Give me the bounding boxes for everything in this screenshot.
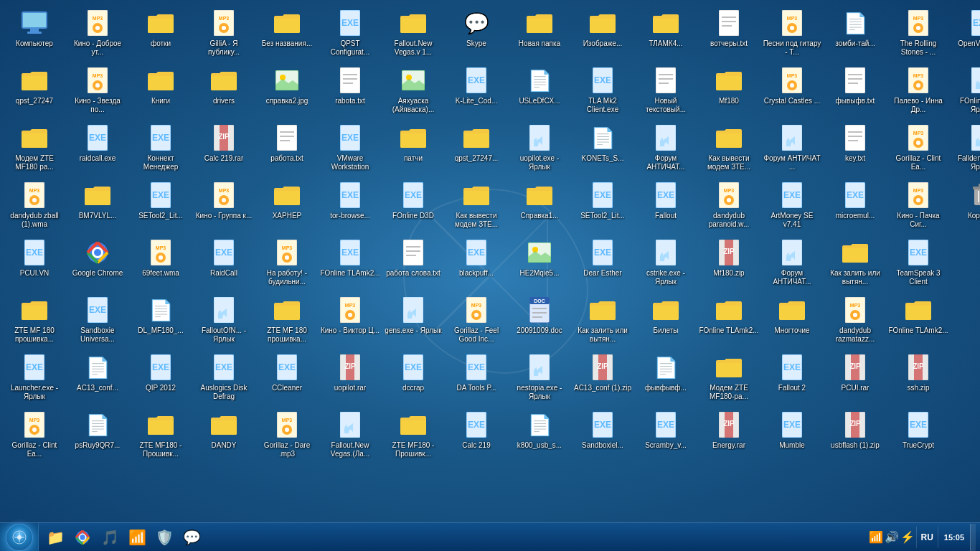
desktop-icon-gens_exe[interactable]: gens.exe - Ярлык [382, 293, 445, 350]
desktop-icon-computer[interactable]: Компьютер [3, 6, 66, 63]
desktop-icon-da_tools[interactable]: EXE DA Tools Р... [445, 350, 508, 408]
desktop-icon-truecrypt[interactable]: EXE TrueCrypt [887, 408, 950, 465]
desktop-icon-zte_mf180_2[interactable]: ZTE MF180 - Прошивк... [129, 408, 192, 465]
desktop-icon-pcui_rar[interactable]: ZIP PCUI.rar [824, 350, 887, 408]
desktop-icon-bez_nazv[interactable]: Без названия... [255, 6, 319, 63]
desktop-icon-blackpuff[interactable]: EXE blackpuff... [445, 235, 508, 293]
desktop-icon-mnogtochie[interactable]: Многточие [760, 293, 824, 350]
desktop-icon-modem_zte2[interactable]: Модем ZTE MF180-ра... [697, 350, 760, 408]
desktop-icon-spravka2_jpg[interactable]: справка2.jpg [255, 63, 319, 121]
desktop-icon-sandboxie[interactable]: EXE Sandboxie Universa... [66, 293, 129, 350]
desktop-icon-artmoney[interactable]: EXE ArtMoney SE v7.41 [760, 178, 824, 235]
desktop-icon-patchi[interactable]: патчи [382, 121, 445, 178]
desktop-icon-ssh_zip[interactable]: ZIP ssh.zip [887, 350, 950, 408]
desktop-icon-fonline_tlamk[interactable]: EXE FOnline TLAmk2... [319, 235, 382, 293]
desktop-icon-zte_mf180_4[interactable]: ZTE MF180 - Прошивк... [382, 408, 445, 465]
desktop-icon-calc_219_rar[interactable]: ZIP Calc 219.rar [192, 121, 255, 178]
desktop-icon-fallout_new_vegas_la[interactable]: Fallout.New Vegas.(Ла... [319, 408, 382, 465]
desktop-icon-connect_mgr[interactable]: EXE Коннект Менеджер [129, 121, 192, 178]
desktop-icon-rolling_stones[interactable]: MP3 The Rolling Stones - ... [887, 6, 950, 63]
desktop-icon-calc_219[interactable]: EXE Calc 219 [445, 408, 508, 465]
taskbar-media-icon[interactable]: 🎵 [96, 524, 123, 551]
desktop-icon-uopilot_exe[interactable]: uopilot.exe - Ярлык [508, 121, 571, 178]
desktop-icon-energy_rar[interactable]: ZIP Energy.rar [697, 408, 760, 465]
desktop-icon-raidcall_exe[interactable]: EXE raidcall.exe [66, 121, 129, 178]
desktop-icon-fyvfyvf[interactable]: 📄фывфывф... [634, 350, 697, 408]
desktop-icon-gillia[interactable]: MP3 GilliA - Я публику... [192, 6, 255, 63]
desktop-icon-k800_usb[interactable]: 📄k800_usb_s... [508, 408, 571, 465]
language-indicator[interactable]: RU [921, 532, 933, 542]
desktop-icon-nestopia[interactable]: nestopia.exe - Ярлык [508, 350, 571, 408]
desktop-icon-usledfcx[interactable]: 📄USLeDfCX... [508, 63, 571, 121]
desktop-icon-na_rabotu[interactable]: MP3 На работу! - будильни... [255, 235, 319, 293]
desktop-icon-dandydub_zball[interactable]: MP3 dandydub zball (1).wma [3, 178, 66, 235]
desktop-icon-ccleaner[interactable]: EXE CCleaner [255, 350, 319, 408]
desktop-icon-mf180_zip[interactable]: ZIP Mf180.zip [697, 235, 760, 293]
desktop-icon-gorillaz_dare[interactable]: MP3 Gorillaz - Dare .mp3 [255, 408, 319, 465]
desktop-icon-google_chrome[interactable]: Google Chrome [66, 235, 129, 293]
desktop-icon-k_lite[interactable]: EXE K-Lite_Cod... [445, 63, 508, 121]
desktop-icon-photo_folder[interactable]: фотки [129, 6, 192, 63]
desktop-icon-dandy[interactable]: DANDY [192, 408, 255, 465]
taskbar-explorer-icon[interactable]: 📁 [42, 524, 69, 551]
taskbar-security-icon[interactable]: 🛡️ [151, 524, 178, 551]
desktop-icon-kino_gruppa[interactable]: MP3 Кино - Группа к... [192, 178, 255, 235]
desktop-icon-kak_zalit2[interactable]: Как залить или вытян... [824, 235, 887, 293]
desktop-icon-uopilot_rar[interactable]: ZIP uopilot.rar [319, 350, 382, 408]
desktop-icon-fallout[interactable]: EXE Fallout [634, 178, 697, 235]
desktop-icon-zombie_tai[interactable]: 📄зомби-тай... [824, 6, 887, 63]
desktop-icon-xarner[interactable]: ХАРНЕР [255, 178, 319, 235]
desktop-icon-vmware[interactable]: EXE VMware Workstation [319, 121, 382, 178]
start-button[interactable] [0, 523, 39, 552]
desktop-icon-launcher_exe[interactable]: EXE Launcher.exe - Ярлык [3, 350, 66, 408]
desktop-icon-tla_mk2[interactable]: EXE TLA Mk2 Client.exe [571, 63, 634, 121]
desktop-icon-doc_20091009[interactable]: DOC 20091009.doc [508, 293, 571, 350]
desktop-icon-noviy_txt[interactable]: Новый текстовый... [634, 63, 697, 121]
desktop-icon-kino_zvezda[interactable]: MP3 Кино - Звезда по... [66, 63, 129, 121]
desktop-icon-gorillaz_clint[interactable]: MP3 Gorillaz - Clint Ea... [3, 408, 66, 465]
desktop-icon-tlam04[interactable]: ТЛАМК4... [634, 6, 697, 63]
desktop-icon-setool2_lit[interactable]: EXE SETool2_Lit... [129, 178, 192, 235]
desktop-icon-fonline_tlamk3[interactable]: FOnline TLAmk2... [887, 293, 950, 350]
desktop-icon-he2mqie5[interactable]: HE2Mqie5... [508, 235, 571, 293]
desktop-icon-dear_esther[interactable]: EXE Dear Esther [571, 235, 634, 293]
desktop-icon-qpst_conf[interactable]: EXE QPST Configurat... [319, 6, 382, 63]
desktop-icon-setool2_lit2[interactable]: EXE SETool2_Lit... [571, 178, 634, 235]
desktop-icon-forum_antichat[interactable]: Форум АНТИЧАТ... [634, 121, 697, 178]
taskbar-chrome-icon[interactable] [69, 524, 96, 551]
desktop-icon-auslogics[interactable]: EXE Auslogics Disk Defrag [192, 350, 255, 408]
clock[interactable]: 15:05 [940, 533, 969, 542]
desktop-icon-ac13_conf[interactable]: 📄AC13_conf... [66, 350, 129, 408]
desktop-icon-korzina[interactable]: Корзина [950, 178, 980, 235]
desktop-icon-usbflash[interactable]: ZIP usbflash (1).zip [824, 408, 887, 465]
desktop-icon-dandydub_raz[interactable]: MP3 dandydub razmatazz... [824, 293, 887, 350]
desktop-icon-votchery_txt[interactable]: вотчеры.txt [697, 6, 760, 63]
desktop-icon-microemul[interactable]: EXE microemul... [824, 178, 887, 235]
desktop-icon-fallout2[interactable]: EXE Fallout 2 [760, 350, 824, 408]
desktop-icon-qpst_27247_2[interactable]: qpst_27247... [445, 121, 508, 178]
tray-network-icon[interactable]: 📶 [869, 530, 883, 544]
desktop-icon-mumble[interactable]: EXE Mumble [760, 408, 824, 465]
tray-sound-icon[interactable]: 🔊 [885, 530, 899, 544]
desktop-icon-fonline_tlamk2[interactable]: FOnline TLAmk2... [697, 293, 760, 350]
start-orb[interactable] [6, 524, 33, 551]
desktop-icon-gorillaz_feel[interactable]: MP3 Gorillaz - Feel Good Inc... [445, 293, 508, 350]
desktop-icon-pesni_gitar[interactable]: MP3 Песни под гитару - Т... [760, 6, 824, 63]
desktop-icon-kak_vyvesti2[interactable]: Как вывести модем ЗТЕ... [697, 121, 760, 178]
desktop-icon-kak_zalit[interactable]: Как залить или вытян... [571, 293, 634, 350]
desktop-icon-zte_mf180[interactable]: ZTE MF 180 прошивка... [3, 293, 66, 350]
taskbar-skype-icon[interactable]: 💬 [178, 524, 205, 551]
desktop-icon-books_folder[interactable]: Книги [129, 63, 192, 121]
desktop-icon-teamspeak[interactable]: EXE TeamSpeak 3 Client [887, 235, 950, 293]
desktop-icon-crystal_castles[interactable]: MP3 Crystal Castles ... [760, 63, 824, 121]
desktop-icon-fyvfyvfb_txt[interactable]: фывыфв.txt [824, 63, 887, 121]
desktop-icon-falldemo_exe[interactable]: Falldemo.exe - Ярлык [950, 121, 980, 178]
desktop-icon-raidcall[interactable]: EXE RaidCall [192, 235, 255, 293]
taskbar-network-icon[interactable]: 📶 [123, 524, 151, 551]
desktop-icon-dccrap[interactable]: EXE dccrap [382, 350, 445, 408]
desktop-icon-scramby_v[interactable]: EXE Scramby_v... [634, 408, 697, 465]
desktop-icon-modem_zte[interactable]: Модем ZTE MF180 ра... [3, 121, 66, 178]
tray-power-icon[interactable]: ⚡ [900, 530, 915, 544]
desktop-icon-drivers[interactable]: drivers [192, 63, 255, 121]
desktop-icon-kino_viktor[interactable]: MP3 Кино - Виктор Ц... [319, 293, 382, 350]
